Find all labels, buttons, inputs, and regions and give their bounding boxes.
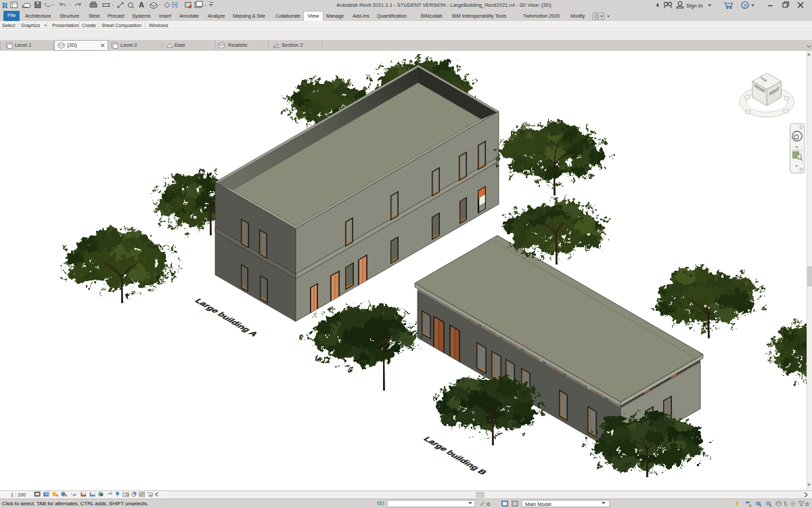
svg-text:x: x (56, 492, 59, 497)
svg-text:x: x (759, 503, 762, 507)
svg-text:A: A (139, 1, 144, 9)
svg-text:Main Model: Main Model (525, 501, 551, 507)
svg-text:x: x (749, 503, 752, 507)
svg-text::0: :0 (805, 502, 809, 507)
svg-text::0: :0 (486, 501, 490, 507)
svg-text:?: ? (744, 3, 747, 9)
svg-text:x: x (769, 503, 772, 507)
svg-text:x: x (65, 492, 68, 497)
svg-text:R: R (2, 1, 8, 10)
svg-text:Sign In: Sign In (686, 3, 702, 9)
